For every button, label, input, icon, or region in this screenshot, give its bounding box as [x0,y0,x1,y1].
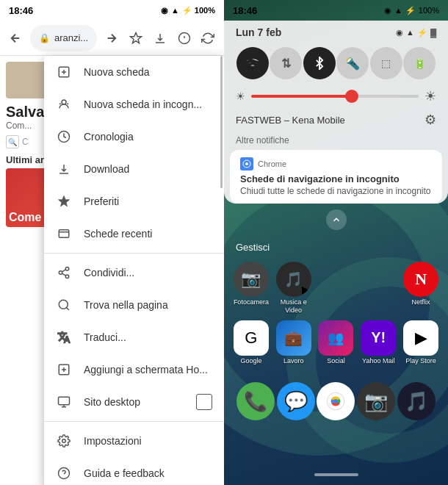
screen-icon: ⬚ [381,57,391,69]
social-icon: 👥 [318,320,353,356]
svg-rect-12 [59,230,69,238]
scroll-up-arrow[interactable] [326,209,347,230]
play-store-label: Play Store [405,357,436,365]
app-netflix[interactable]: N Netflix [402,262,439,315]
search-box-icon: 🔍 [6,135,19,148]
data-toggle[interactable]: ⇅ [270,47,302,79]
back-button[interactable] [6,26,26,50]
nuova-scheda-label: Nuova scheda [84,66,212,78]
phone-icon: 📞 [244,390,267,413]
menu-item-guida[interactable]: Guida e feedback [44,457,224,485]
star-button[interactable] [126,26,145,50]
musica-video-icon: 🎵 ▶ [276,262,311,297]
empty1-icon [318,262,353,297]
lavoro-icon: 💼 [276,320,311,356]
svg-marker-0 [130,32,141,43]
condividi-icon [56,265,72,281]
brightness-bar[interactable] [251,95,419,98]
dock-music[interactable]: 🎵 [397,382,436,420]
notif-nfc-icon: ◉ [396,28,403,37]
notification-drawer: Lun 7 feb ◉ ▲ ⚡ ▓ ⇅ [224,21,448,204]
brightness-row: ☀ ☀ [224,85,448,107]
wifi-toggle[interactable] [236,47,269,79]
time-right: 18:46 [233,5,257,16]
menu-item-preferiti[interactable]: Preferiti [44,185,224,218]
menu-item-cronologia[interactable]: Cronologia [44,121,224,153]
right-panel: 18:46 ◉ ▲ ⚡ 100% Lun 7 feb ◉ ▲ ⚡ ▓ [224,0,448,485]
app-yahoo-mail[interactable]: Y! Yahoo Mail [360,320,397,365]
cronologia-label: Cronologia [84,131,212,143]
impostazioni-icon [56,433,72,449]
svg-point-19 [59,300,68,309]
wifi-settings-icon[interactable]: ⚙ [424,112,436,128]
wifi-network-name: FASTWEB – Kena Mobile [236,115,345,126]
netflix-label: Netflix [412,298,430,306]
app-play-store[interactable]: ▶ Play Store [402,320,439,365]
chrome-icon [325,391,346,412]
menu-item-impostazioni[interactable]: Impostazioni [44,425,224,457]
lock-icon: 🔒 [39,33,50,43]
svg-point-15 [59,271,62,275]
condividi-label: Condividi... [84,267,212,279]
bluetooth-toggle[interactable] [303,47,336,79]
battery-saver-toggle[interactable]: 🔋 [403,47,436,79]
info-button[interactable] [174,26,194,50]
download-toolbar-button[interactable] [150,26,170,50]
menu-divider-1 [44,253,224,254]
menu-item-incognito[interactable]: Nuova scheda in incogn... [44,88,224,121]
dock-chrome[interactable] [317,382,355,420]
menu-item-condividi[interactable]: Condividi... [44,256,224,289]
menu-divider-2 [44,421,224,422]
nav-pill[interactable] [314,473,358,476]
sito-desktop-label: Sito desktop [84,396,184,408]
app-lavoro[interactable]: 💼 Lavoro [275,320,312,365]
url-bar[interactable]: 🔒 aranzi... [30,25,97,51]
wifi-icon-left: ▲ [171,6,179,15]
aggiungi-icon [56,362,72,378]
svg-point-25 [62,439,66,443]
svg-line-20 [66,307,68,309]
yahoo-mail-icon: Y! [361,320,396,356]
sito-desktop-checkbox[interactable] [196,394,212,410]
quick-toggles: ⇅ 🔦 ⬚ 🔋 [224,41,448,85]
brightness-low-icon: ☀ [236,90,245,102]
menu-scrollbar[interactable] [220,56,223,188]
data-icon: ⇅ [281,57,291,71]
dock-phone[interactable]: 📞 [236,382,275,420]
torch-toggle[interactable]: 🔦 [336,47,369,79]
menu-item-nuova-scheda[interactable]: Nuova scheda [44,56,224,88]
fotocamera-icon: 📷 [234,262,269,297]
messages-icon: 💬 [284,390,308,413]
menu-item-aggiungi[interactable]: Aggiungi a schermata Ho... [44,353,224,386]
schede-recenti-label: Schede recenti [84,228,212,240]
menu-item-download[interactable]: Download [44,153,224,185]
notif-battery: ▓ [430,28,436,37]
menu-item-sito-desktop[interactable]: Sito desktop [44,386,224,418]
refresh-button[interactable] [198,26,218,50]
schede-recenti-icon [56,226,72,242]
torch-icon: 🔦 [345,57,360,71]
url-text: aranzi... [54,32,88,43]
dock-messages[interactable]: 💬 [277,382,315,420]
menu-item-schede-recenti[interactable]: Schede recenti [44,218,224,250]
app-musica-video[interactable]: 🎵 ▶ Musica e Video [275,262,312,315]
menu-item-trova[interactable]: Trova nella pagina [44,289,224,321]
nuova-scheda-icon [56,64,72,80]
brightness-thumb[interactable] [345,90,358,103]
app-social[interactable]: 👥 Social [318,320,355,365]
empty2-icon [361,262,396,297]
preferiti-label: Preferiti [84,195,212,207]
forward-button[interactable] [101,26,121,50]
netflix-icon: N [403,262,438,297]
screen-toggle[interactable]: ⬚ [370,47,402,79]
menu-item-traduci[interactable]: Traduci... [44,321,224,353]
chrome-notif-card[interactable]: Chrome Schede di navigazione in incognit… [230,150,442,204]
app-empty1 [318,262,355,315]
app-fotocamera[interactable]: 📷 Fotocamera [233,262,270,315]
dock-camera[interactable]: 📷 [357,382,395,420]
svg-line-8 [59,104,61,105]
app-google[interactable]: G Google [233,320,270,365]
fotocamera-label: Fotocamera [234,298,269,306]
musica-video-label: Musica e Video [275,298,312,315]
download-icon [56,161,72,177]
